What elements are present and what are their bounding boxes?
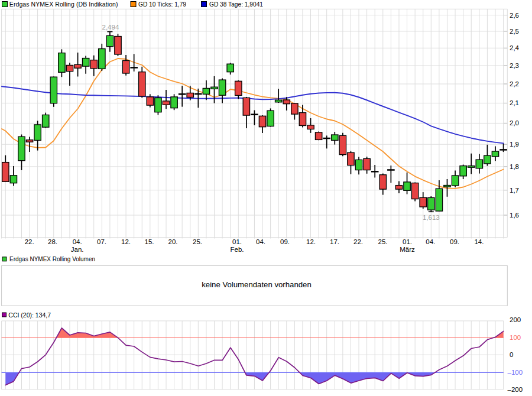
svg-text:2,0: 2,0 (510, 119, 519, 126)
svg-text:100: 100 (510, 334, 521, 341)
svg-text:–100: –100 (508, 369, 523, 376)
svg-text:2,5: 2,5 (510, 28, 519, 35)
svg-text:01.: 01. (403, 238, 412, 245)
svg-text:25.: 25. (378, 238, 388, 245)
svg-text:12.: 12. (306, 238, 316, 245)
svg-text:1,6: 1,6 (510, 212, 519, 219)
svg-text:GD 10 Ticks: 1,79: GD 10 Ticks: 1,79 (138, 1, 186, 8)
svg-text:17.: 17. (330, 238, 339, 245)
svg-text:12.: 12. (121, 238, 131, 245)
svg-text:keine Volumendaten vorhanden: keine Volumendaten vorhanden (202, 280, 312, 289)
svg-text:01.: 01. (232, 238, 242, 245)
svg-text:Erdgas NYMEX Rolling Volumen: Erdgas NYMEX Rolling Volumen (9, 256, 95, 262)
svg-text:20.: 20. (168, 238, 178, 245)
svg-text:Erdgas NYMEX Rolling (DB Indik: Erdgas NYMEX Rolling (DB Indikation) (9, 1, 118, 8)
svg-text:15.: 15. (145, 238, 154, 245)
svg-text:2,4: 2,4 (510, 44, 520, 51)
svg-text:1,8: 1,8 (510, 163, 519, 170)
svg-text:1,7: 1,7 (510, 187, 519, 194)
svg-text:2,494: 2,494 (102, 24, 119, 31)
svg-text:04.: 04. (256, 238, 265, 245)
svg-text:28.: 28. (48, 238, 57, 245)
svg-text:09.: 09. (280, 238, 290, 245)
svg-text:2,1: 2,1 (510, 99, 519, 106)
svg-text:22.: 22. (25, 238, 34, 245)
svg-text:09.: 09. (450, 238, 459, 245)
svg-text:0: 0 (510, 351, 513, 358)
svg-text:04.: 04. (73, 238, 82, 245)
svg-text:2,6: 2,6 (510, 12, 519, 19)
svg-text:25.: 25. (193, 238, 202, 245)
svg-text:CCI (20): 134,7: CCI (20): 134,7 (8, 311, 51, 319)
svg-text:März: März (400, 246, 415, 253)
svg-text:22.: 22. (353, 238, 363, 245)
svg-text:07.: 07. (97, 238, 106, 245)
svg-text:GD 38 Tage: 1,9041: GD 38 Tage: 1,9041 (209, 1, 263, 8)
svg-text:Jan.: Jan. (71, 246, 84, 253)
svg-text:–200: –200 (508, 386, 523, 393)
svg-text:2,2: 2,2 (510, 80, 519, 87)
svg-text:1,9: 1,9 (510, 141, 519, 148)
svg-text:14.: 14. (474, 238, 484, 245)
svg-text:1,613: 1,613 (423, 214, 440, 221)
svg-text:200: 200 (510, 316, 521, 323)
svg-text:04.: 04. (426, 238, 435, 245)
svg-text:Feb.: Feb. (230, 246, 244, 253)
svg-text:2,3: 2,3 (510, 62, 519, 69)
